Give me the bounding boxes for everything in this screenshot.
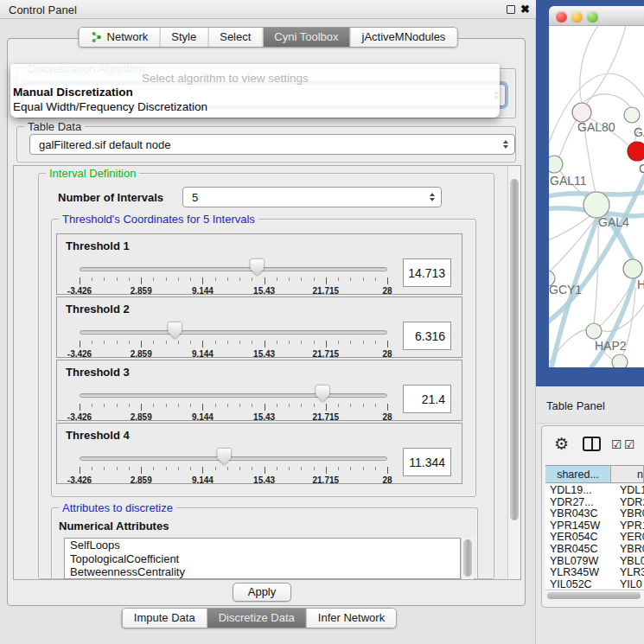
scrollbar-thumb[interactable] <box>463 539 472 577</box>
tab-impute-data[interactable]: Impute Data <box>123 609 207 628</box>
slider-thumb[interactable] <box>217 449 231 465</box>
attribute-item[interactable]: BetweennessCentrality <box>65 565 460 579</box>
network-node[interactable] <box>623 259 642 278</box>
table-data-combobox[interactable]: galFiltered.sif default node <box>29 134 515 155</box>
gear-icon[interactable]: ⚙ <box>554 434 569 454</box>
table-row[interactable]: YPR145WYPR1 <box>545 520 644 532</box>
dropdown-item-equal-width-frequency[interactable]: Equal Width/Frequency Discretization <box>13 100 207 113</box>
tick-label: 15.43 <box>253 349 275 359</box>
panel-title: Control Panel <box>9 3 77 16</box>
table-row[interactable]: YBR045CYBR0 <box>545 543 644 555</box>
table-cell[interactable]: YDR27... <box>545 496 611 508</box>
numerical-attributes-list[interactable]: SelfLoopsTopologicalCoefficientBetweenne… <box>64 538 461 579</box>
slider-tick-labels: -3.4262.8599.14415.4321.71528 <box>80 475 387 486</box>
tab-select[interactable]: Select <box>207 28 262 47</box>
checkbox-select-icon[interactable]: ☑ <box>624 437 635 451</box>
network-node[interactable] <box>583 192 609 218</box>
checkbox-select-icon[interactable]: ☑ <box>611 437 622 451</box>
threshold-slider[interactable] <box>80 330 387 335</box>
table-cell[interactable]: YBR0 <box>611 507 644 520</box>
table-cell[interactable]: YBR0 <box>611 543 644 555</box>
table-cell[interactable]: YDR2 <box>611 496 644 508</box>
network-node[interactable] <box>549 156 563 173</box>
network-edge[interactable] <box>580 26 601 104</box>
table-cell[interactable]: YBR043C <box>545 507 611 520</box>
threshold-slider[interactable] <box>80 456 387 461</box>
scrollbar-thumb[interactable] <box>547 592 641 599</box>
attribute-item[interactable]: TopologicalCoefficient <box>65 552 460 566</box>
table-cell[interactable]: YBR045C <box>545 543 611 555</box>
close-panel-icon[interactable]: ✖ <box>520 3 530 16</box>
control-panel: Control Panel ✖ Network Style Select Cyn… <box>0 0 536 644</box>
table-cell[interactable]: YLR345W <box>545 566 611 578</box>
slider-thumb[interactable] <box>250 259 264 276</box>
network-node-label: GAL4 <box>598 215 629 229</box>
table-panel-header: Table Panel <box>536 386 644 424</box>
table-row[interactable]: YER054CYER0 <box>545 531 644 543</box>
network-node[interactable] <box>624 107 640 123</box>
network-window-titlebar[interactable] <box>549 6 644 26</box>
table-cell[interactable]: YPR145W <box>545 520 611 532</box>
mac-zoom-button[interactable] <box>587 11 598 22</box>
table-row[interactable]: YDR27...YDR2 <box>545 496 644 508</box>
tick-mark <box>129 467 130 470</box>
network-node[interactable] <box>612 354 628 367</box>
column-header-shared-name[interactable]: shared... <box>545 466 611 482</box>
tab-style[interactable]: Style <box>159 28 207 47</box>
table-cell[interactable]: YDL19... <box>545 484 611 496</box>
table-cell[interactable]: YPR1 <box>611 520 644 532</box>
tab-label: jActiveMNodules <box>362 30 446 43</box>
mac-minimize-button[interactable] <box>571 11 583 22</box>
tab-jactivemnodules[interactable]: jActiveMNodules <box>350 28 457 47</box>
table-cell[interactable]: YER054C <box>545 531 611 543</box>
mac-close-button[interactable] <box>556 11 567 22</box>
scrollbar-thumb[interactable] <box>510 179 519 520</box>
table-cell[interactable]: YIL052C <box>545 578 611 589</box>
attributes-list-scrollbar[interactable] <box>461 538 474 579</box>
dropdown-item-manual-discretization[interactable]: Manual Discretization <box>13 86 133 99</box>
tab-discretize-data[interactable]: Discretize Data <box>207 609 306 628</box>
tick-mark <box>277 277 277 281</box>
column-header-name[interactable]: na <box>611 466 644 482</box>
threshold-value-input[interactable] <box>403 448 451 476</box>
threshold-slider[interactable] <box>80 267 387 271</box>
tab-label: Discretize Data <box>219 611 295 624</box>
table-row[interactable]: YDL19...YDL1 <box>545 484 644 496</box>
network-canvas[interactable]: GAL80GACGAL11GAL4GCY1HHAP2 <box>549 26 644 367</box>
num-intervals-combobox[interactable]: 5 <box>182 187 442 207</box>
tick-mark <box>239 341 240 344</box>
threshold-slider[interactable] <box>80 393 387 398</box>
network-node[interactable] <box>628 142 644 161</box>
tick-mark <box>387 467 388 474</box>
tick-mark <box>153 404 154 407</box>
attribute-item[interactable]: SelfLoops <box>65 539 460 552</box>
settings-vertical-scrollbar[interactable] <box>507 166 520 579</box>
table-row[interactable]: YBL079WYBL0 <box>545 555 644 567</box>
apply-button[interactable]: Apply <box>233 583 291 602</box>
tab-infer-network[interactable]: Infer Network <box>306 609 396 628</box>
table-row[interactable]: YLR345WYLR3 <box>545 566 644 578</box>
table-row[interactable]: YBR043CYBR0 <box>545 507 644 520</box>
table-cell[interactable]: YIL0 <box>611 578 644 589</box>
table-cell[interactable]: YLR3 <box>611 566 644 578</box>
threshold-value-input[interactable] <box>403 258 451 287</box>
float-window-icon[interactable] <box>507 5 515 14</box>
table-cell[interactable]: YBL079W <box>545 555 611 567</box>
slider-thumb[interactable] <box>168 322 182 339</box>
table-cell[interactable]: YER0 <box>611 531 644 543</box>
table-cell[interactable]: YDL1 <box>611 484 644 496</box>
table-row[interactable]: YIL052CYIL0 <box>545 578 644 589</box>
threshold-value-input[interactable] <box>403 322 451 350</box>
threshold-value-input[interactable] <box>403 385 451 413</box>
table-cell[interactable]: YBL0 <box>611 555 644 567</box>
slider-thumb[interactable] <box>316 386 329 402</box>
tick-mark <box>129 277 130 281</box>
network-node[interactable] <box>586 323 602 339</box>
table-horizontal-scrollbar[interactable] <box>545 590 644 600</box>
split-columns-icon[interactable] <box>583 437 601 451</box>
network-edge[interactable] <box>549 213 594 242</box>
tick-mark <box>289 277 290 281</box>
tab-cyni-toolbox[interactable]: Cyni Toolbox <box>262 28 349 47</box>
tab-network[interactable]: Network <box>80 28 160 47</box>
network-node[interactable] <box>572 103 591 122</box>
